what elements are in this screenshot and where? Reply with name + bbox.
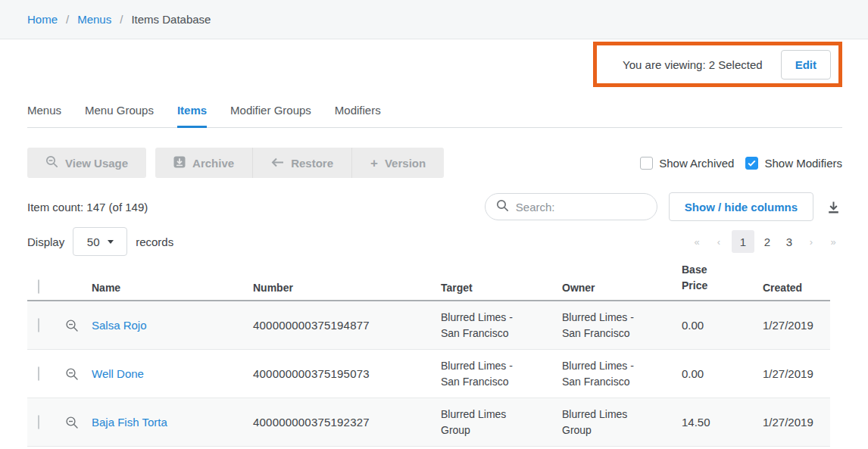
pagination-last[interactable]: » [824,230,842,253]
item-created: 1/27/2019 [763,416,830,429]
item-owner: Blurred Limes - San Francisco [562,358,682,390]
breadcrumb-menus-link[interactable]: Menus [77,13,111,26]
display-pagination-row: Display 50 records « ‹ 1 2 3 › » [27,227,842,256]
tab-menus[interactable]: Menus [27,104,61,127]
archive-icon [173,156,186,170]
pagination-page-3[interactable]: 3 [780,230,798,253]
column-header-owner[interactable]: Owner [562,282,682,294]
entity-tabs: Menus Menu Groups Items Modifier Groups … [27,104,842,128]
restore-button[interactable]: Restore [252,148,351,178]
records-per-page-value: 50 [87,235,100,248]
show-modifiers-checkbox[interactable]: Show Modifiers [745,157,842,170]
table-row: Salsa Rojo 400000000375194877 Blurred Li… [27,301,830,350]
item-name-link[interactable]: Well Done [92,367,144,380]
item-target: Blurred Limes - San Francisco [441,358,562,390]
item-number: 400000000375192327 [253,416,441,429]
table-header-row: Name Number Target Owner Base Price Crea… [27,260,830,301]
selection-status-row: You are viewing: 2 Selected Edit [27,42,842,87]
archive-label: Archive [192,157,234,170]
selection-status-text: You are viewing: 2 Selected [623,58,763,71]
view-usage-button[interactable]: View Usage [27,148,146,178]
search-icon [496,199,509,215]
tab-menu-groups[interactable]: Menu Groups [85,104,154,127]
display-label: Display [27,235,64,248]
search-tools: Show / hide columns [485,192,842,221]
show-archived-checkbox[interactable]: Show Archived [640,157,734,170]
item-owner: Blurred Limes - San Francisco [562,310,682,341]
item-target: Blurred Limes Group [441,407,562,438]
item-count: Item count: 147 (of 149) [27,201,148,214]
column-header-number[interactable]: Number [253,282,441,294]
checkbox-checked-icon [745,157,758,170]
search-box[interactable] [485,193,657,220]
arrow-left-icon [271,157,284,170]
magnifier-minus-icon[interactable] [65,367,92,381]
item-base-price: 0.00 [682,319,763,332]
show-modifiers-label: Show Modifiers [764,157,842,170]
checkbox-unchecked-icon [640,157,653,170]
item-created: 1/27/2019 [763,367,830,380]
records-label: records [136,235,173,248]
breadcrumb-home-link[interactable]: Home [27,13,58,26]
pagination-page-1[interactable]: 1 [732,230,754,253]
tab-modifiers[interactable]: Modifiers [335,104,381,127]
item-target: Blurred Limes - San Francisco [441,310,562,341]
toolbar: View Usage Archive Restore + Ve [27,148,842,178]
item-number: 400000000375195073 [253,367,441,380]
restore-label: Restore [291,157,333,170]
archive-button[interactable]: Archive [155,148,252,178]
pagination-prev[interactable]: ‹ [710,230,728,253]
items-database-page: You are viewing: 2 Selected Edit Menus M… [0,42,868,447]
row-checkbox[interactable] [38,415,39,429]
column-header-name[interactable]: Name [92,282,253,294]
edit-selection-button[interactable]: Edit [781,50,831,80]
view-usage-label: View Usage [65,157,128,170]
search-input[interactable] [516,201,646,214]
column-header-base-price[interactable]: Base Price [682,262,718,294]
breadcrumb-separator: / [120,13,123,26]
item-number: 400000000375194877 [253,319,441,332]
row-checkbox[interactable] [38,318,39,332]
breadcrumb: Home / Menus / Items Database [0,0,868,39]
item-name-link[interactable]: Baja Fish Torta [92,416,167,429]
archive-restore-version-group: Archive Restore + Version [155,148,444,178]
row-checkbox[interactable] [38,366,39,381]
breadcrumb-separator: / [66,13,69,26]
records-per-page-select[interactable]: 50 [73,227,127,256]
item-owner: Blurred Limes Group [562,407,682,438]
magnifier-minus-icon[interactable] [65,319,92,332]
bulk-action-buttons: View Usage Archive Restore + Ve [27,148,444,178]
pagination-first[interactable]: « [688,230,706,253]
pagination: « ‹ 1 2 3 › » [688,230,842,253]
magnifier-minus-icon [45,155,58,170]
count-search-row: Item count: 147 (of 149) Show / hide col… [27,192,842,221]
plus-icon: + [370,157,378,170]
tab-modifier-groups[interactable]: Modifier Groups [230,104,311,127]
table-row: Baja Fish Torta 400000000375192327 Blurr… [27,398,830,447]
item-base-price: 14.50 [682,416,763,429]
magnifier-minus-icon[interactable] [65,416,92,429]
version-label: Version [385,157,426,170]
show-hide-columns-button[interactable]: Show / hide columns [669,192,813,221]
column-header-target[interactable]: Target [441,282,562,294]
selection-status-highlight: You are viewing: 2 Selected Edit [593,42,842,87]
pagination-next[interactable]: › [802,230,820,253]
version-button[interactable]: + Version [351,148,444,178]
column-header-created[interactable]: Created [763,282,830,294]
item-name-link[interactable]: Salsa Rojo [92,319,147,332]
chevron-down-icon [108,240,114,244]
breadcrumb-current: Items Database [131,13,211,26]
item-base-price: 0.00 [682,367,763,380]
records-per-page: Display 50 records [27,227,173,256]
tab-items[interactable]: Items [177,104,207,128]
table-row: Well Done 400000000375195073 Blurred Lim… [27,350,830,398]
show-archived-label: Show Archived [659,157,734,170]
filter-checkboxes: Show Archived Show Modifiers [640,157,842,170]
item-created: 1/27/2019 [763,319,830,332]
items-table: Name Number Target Owner Base Price Crea… [27,260,830,447]
download-icon[interactable] [825,198,842,216]
pagination-page-2[interactable]: 2 [758,230,776,253]
select-all-checkbox[interactable] [38,279,39,294]
